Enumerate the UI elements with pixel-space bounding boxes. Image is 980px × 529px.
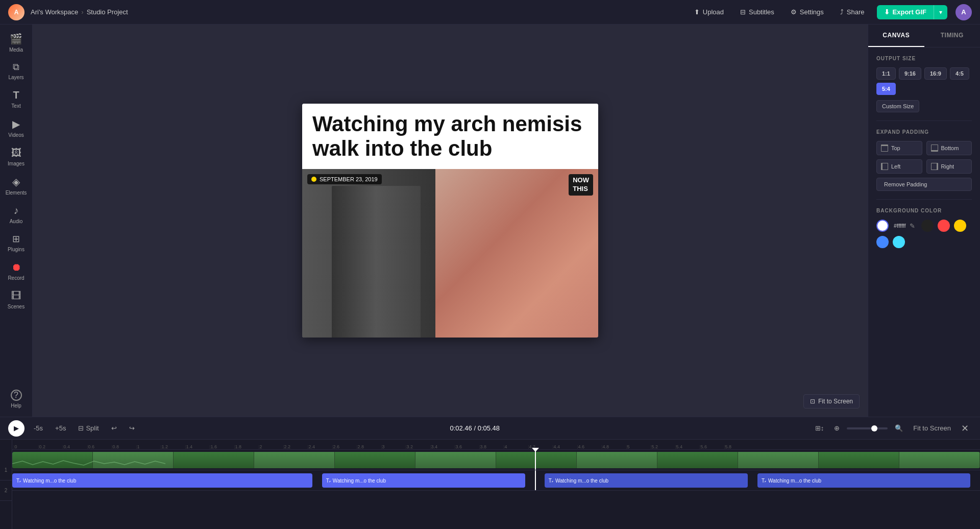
timeline-time: 0:02.46 / 0:05.48 bbox=[450, 424, 500, 432]
color-swatch-blue[interactable] bbox=[876, 236, 889, 248]
zoom-slider[interactable] bbox=[847, 427, 888, 429]
sidebar-item-layers[interactable]: ⧉ Layers bbox=[2, 58, 31, 84]
split-button[interactable]: ⊟ Split bbox=[75, 422, 102, 434]
output-size-section: OUTPUT SIZE 1:1 9:16 16:9 4:5 5:4 Custom… bbox=[868, 47, 980, 121]
text-clip-icon: Tᵣ bbox=[16, 478, 21, 484]
padding-right-button[interactable]: Right bbox=[926, 159, 972, 174]
ruler-mark: :3.4 bbox=[429, 444, 453, 449]
thumb-seg bbox=[657, 452, 738, 468]
redo-button[interactable]: ↪ bbox=[126, 422, 138, 434]
text-clip-label: Watching m...o the club bbox=[23, 478, 76, 484]
topbar: A Ari's Workspace › Studio Project ⬆ Upl… bbox=[0, 0, 980, 25]
padding-top-button[interactable]: Top bbox=[876, 141, 922, 155]
audio-icon: ♪ bbox=[14, 205, 19, 217]
sidebar-item-scenes[interactable]: 🎞 Scenes bbox=[2, 286, 31, 314]
ruler-mark: :1.6 bbox=[208, 444, 233, 449]
remove-padding-button[interactable]: Remove Padding bbox=[876, 178, 972, 191]
avatar[interactable]: A bbox=[955, 4, 972, 20]
sidebar-item-images[interactable]: 🖼 Images bbox=[2, 143, 31, 171]
ruler-mark: :2.4 bbox=[306, 444, 331, 449]
thumb-seg bbox=[577, 452, 657, 468]
color-row: #ffffff ✎ bbox=[876, 220, 972, 248]
sidebar-item-record[interactable]: ⏺ Record bbox=[2, 257, 31, 285]
playhead[interactable] bbox=[535, 450, 536, 470]
padding-left-button[interactable]: Left bbox=[876, 159, 922, 174]
tab-timing[interactable]: TIMING bbox=[924, 25, 981, 47]
text-clip-3[interactable]: Tᵣ Watching m...o the club bbox=[545, 473, 748, 488]
size-1-1[interactable]: 1:1 bbox=[876, 67, 896, 80]
ruler-mark: :5.6 bbox=[698, 444, 723, 449]
ruler-mark: :2.8 bbox=[355, 444, 380, 449]
ruler-mark: :5 bbox=[625, 444, 649, 449]
forward-button[interactable]: +5s bbox=[52, 422, 69, 434]
upload-button[interactable]: ⬆ Upload bbox=[690, 6, 728, 18]
text-clip-1[interactable]: Tᵣ Watching m...o the club bbox=[12, 473, 312, 488]
sidebar-item-plugins[interactable]: ⊞ Plugins bbox=[2, 229, 31, 256]
export-gif-button[interactable]: ⬇ Export GIF bbox=[877, 5, 934, 19]
timeline-toolbar: ▶ -5s +5s ⊟ Split ↩ ↪ 0:02.46 / 0:05.48 … bbox=[0, 417, 980, 440]
padding-grid: Top Bottom Left Right bbox=[876, 141, 972, 174]
share-button[interactable]: ⤴ Share bbox=[836, 6, 869, 18]
play-button[interactable]: ▶ bbox=[8, 420, 24, 437]
ruler-mark: :1.2 bbox=[159, 444, 184, 449]
ruler-mark: :3.2 bbox=[404, 444, 429, 449]
ruler-mark: :0.6 bbox=[86, 444, 110, 449]
timeline-ruler: :0 :0.2 :0.4 :0.6 :0.8 :1 :1.2 :1.4 :1.6… bbox=[12, 440, 980, 450]
undo-button[interactable]: ↩ bbox=[108, 422, 120, 434]
fit-screen-timeline-button[interactable]: Fit to Screen bbox=[910, 422, 954, 434]
text-clip-2[interactable]: Tᵣ Watching m...o the club bbox=[322, 473, 525, 488]
zoom-in-button[interactable]: ⊕ bbox=[831, 422, 843, 434]
text-clip-icon: Tᵣ bbox=[326, 478, 331, 484]
close-timeline-button[interactable]: ✕ bbox=[958, 421, 972, 436]
color-swatch-black[interactable] bbox=[921, 220, 934, 232]
sidebar-item-media[interactable]: 🎬 Media bbox=[2, 29, 31, 57]
video-clip[interactable] bbox=[12, 452, 980, 468]
padding-bottom-button[interactable]: Bottom bbox=[926, 141, 972, 155]
settings-button[interactable]: ⚙ Settings bbox=[787, 6, 828, 18]
video-person-dark bbox=[332, 186, 421, 338]
track-options-button[interactable]: ⊞↕ bbox=[812, 422, 827, 434]
color-swatch-white[interactable] bbox=[876, 220, 889, 232]
fit-icon: ⊡ bbox=[810, 398, 815, 405]
workspace-link[interactable]: Ari's Workspace bbox=[31, 8, 78, 16]
zoom-search-button[interactable]: 🔍 bbox=[892, 422, 906, 434]
color-swatch-yellow[interactable] bbox=[954, 220, 966, 232]
bg-color-title: BACKGROUND COLOR bbox=[876, 208, 972, 213]
sidebar-item-videos[interactable]: ▶ Videos bbox=[2, 114, 31, 142]
rewind-button[interactable]: -5s bbox=[31, 422, 46, 434]
size-9-16[interactable]: 9:16 bbox=[899, 67, 921, 80]
sidebar-item-audio[interactable]: ♪ Audio bbox=[2, 201, 31, 228]
ruler-mark: :1.8 bbox=[233, 444, 257, 449]
sidebar-item-elements[interactable]: ◈ Elements bbox=[2, 172, 31, 200]
ruler-mark: :0.4 bbox=[61, 444, 86, 449]
color-swatch-cyan[interactable] bbox=[893, 236, 905, 248]
thumb-seg bbox=[174, 452, 254, 468]
thumb-seg bbox=[496, 452, 577, 468]
size-16-9[interactable]: 16:9 bbox=[924, 67, 947, 80]
custom-size-button[interactable]: Custom Size bbox=[876, 100, 919, 112]
playhead-text-track bbox=[535, 470, 536, 490]
color-swatch-red[interactable] bbox=[938, 220, 950, 232]
sidebar-item-text[interactable]: T Text bbox=[2, 85, 31, 113]
track-label-1: 1 bbox=[0, 460, 12, 480]
size-5-4[interactable]: 5:4 bbox=[876, 83, 896, 95]
tracks-area: :0 :0.2 :0.4 :0.6 :0.8 :1 :1.2 :1.4 :1.6… bbox=[12, 440, 980, 529]
ruler-mark: :3.8 bbox=[478, 444, 502, 449]
sidebar-item-help[interactable]: ? Help bbox=[2, 386, 31, 413]
subtitles-button[interactable]: ⊟ Subtitles bbox=[736, 6, 778, 18]
thumb-seg bbox=[335, 452, 415, 468]
ruler-mark: :5.2 bbox=[649, 444, 674, 449]
fit-to-screen-button[interactable]: ⊡ Fit to Screen bbox=[803, 394, 860, 408]
now-text: NOW bbox=[573, 176, 589, 185]
text-clip-label: Watching m...o the club bbox=[555, 478, 608, 484]
size-4-5[interactable]: 4:5 bbox=[950, 67, 969, 80]
color-edit-icon[interactable]: ✎ bbox=[910, 222, 915, 230]
zoom-thumb bbox=[871, 425, 877, 431]
ruler-mark: :4.8 bbox=[600, 444, 625, 449]
thumb-seg bbox=[415, 452, 496, 468]
text-clip-4[interactable]: Tᵣ Watching m...o the club bbox=[757, 473, 970, 488]
background-color-section: BACKGROUND COLOR #ffffff ✎ bbox=[868, 200, 980, 256]
canvas-title[interactable]: Watching my arch nemisis walk into the c… bbox=[312, 112, 588, 161]
tab-canvas[interactable]: CANVAS bbox=[868, 25, 924, 47]
export-dropdown-button[interactable]: ▾ bbox=[934, 6, 947, 19]
